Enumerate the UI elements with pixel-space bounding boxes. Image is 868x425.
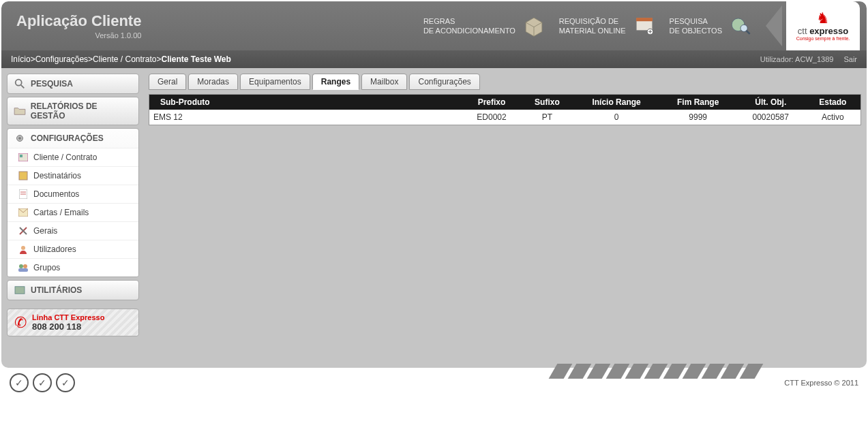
crumb-cliente-contrato[interactable]: Cliente / Contrato: [93, 54, 156, 64]
header-bar: Aplicação Cliente Versão 1.0.00 REGRAS D…: [1, 1, 867, 50]
footer-stripes-icon: [549, 364, 759, 379]
header-arrow-icon: [766, 5, 782, 46]
table-header-row: Sub-Produto Prefixo Sufixo Início Range …: [149, 95, 860, 110]
phone-icon: ✆: [14, 314, 27, 332]
horse-icon: ♞: [816, 11, 830, 26]
tab-ranges[interactable]: Ranges: [312, 74, 359, 90]
svg-rect-15: [20, 155, 23, 157]
td-estado: Activo: [805, 110, 860, 125]
td-inicio-range: 0: [573, 110, 660, 125]
sidebar-item-utilizadores[interactable]: Utilizadores: [8, 240, 138, 258]
addressbook-icon: [17, 171, 29, 180]
header-link-regras[interactable]: REGRAS DE ACONDICIONAMENTO: [423, 13, 547, 39]
td-fim-range: 9999: [660, 110, 736, 125]
sidebar-relatorios-label: RELATÓRIOS DE GESTÃO: [31, 101, 133, 121]
svg-point-24: [19, 264, 23, 268]
th-sufixo: Sufixo: [521, 95, 573, 110]
main-content: Geral Moradas Equipamentos Ranges Mailbo…: [139, 74, 861, 362]
header-link-pesq-l1: PESQUISA: [670, 16, 722, 26]
tab-mailbox[interactable]: Mailbox: [361, 74, 407, 90]
cert-badge-icon: [33, 373, 52, 392]
crumb-current: Cliente Teste Web: [162, 54, 231, 64]
svg-line-9: [747, 31, 750, 34]
phone-box: ✆ Linha CTT Expresso 808 200 118: [7, 309, 139, 336]
svg-point-23: [21, 246, 25, 250]
sidebar-item-label: Grupos: [33, 263, 60, 272]
svg-point-25: [23, 264, 27, 268]
utility-icon: [13, 285, 27, 296]
card-icon: [17, 153, 29, 162]
header-link-pesquisa[interactable]: PESQUISA DE OBJECTOS: [670, 13, 753, 39]
tools-icon: [17, 226, 29, 236]
sidebar-item-label: Utilizadores: [33, 245, 76, 254]
th-estado: Estado: [805, 95, 860, 110]
crumb-configuracoes[interactable]: Configurações: [35, 54, 88, 64]
header-link-req-l1: REQUISIÇÃO DE: [559, 16, 626, 26]
logo-slogan: Consigo sempre à frente.: [796, 36, 850, 41]
mail-icon: [17, 208, 29, 217]
td-sufixo: PT: [521, 110, 573, 125]
phone-line2: 808 200 118: [32, 321, 104, 332]
user-value: ACW_1389: [795, 55, 833, 63]
sidebar-relatorios[interactable]: RELATÓRIOS DE GESTÃO: [7, 97, 139, 125]
th-prefixo: Prefixo: [462, 95, 521, 110]
sidebar: PESQUISA RELATÓRIOS DE GESTÃO CONFIGURAÇ…: [7, 74, 139, 362]
sidebar-item-cartas-emails[interactable]: Cartas / Emails: [8, 203, 138, 221]
sidebar-item-gerais[interactable]: Gerais: [8, 221, 138, 240]
document-icon: [17, 189, 29, 199]
header-link-requisicao[interactable]: REQUISIÇÃO DE MATERIAL ONLINE: [559, 13, 657, 39]
sidebar-item-destinatarios[interactable]: Destinatários: [8, 166, 138, 185]
magnifier-icon: [13, 78, 27, 89]
header-link-regras-l1: REGRAS: [423, 16, 515, 26]
crumb-inicio[interactable]: Início: [11, 54, 31, 64]
svg-rect-26: [18, 268, 28, 272]
box-icon: [521, 13, 547, 39]
cert-icons: [10, 373, 75, 392]
sidebar-configuracoes-head[interactable]: CONFIGURAÇÕES: [8, 129, 138, 148]
svg-line-11: [21, 85, 25, 89]
users-icon: [17, 263, 29, 272]
user-label: Utilizador:: [760, 55, 795, 63]
phone-line1: Linha CTT Expresso: [32, 313, 104, 321]
tab-equipamentos[interactable]: Equipamentos: [240, 74, 310, 90]
td-ult-obj: 00020587: [736, 110, 805, 125]
footer-copyright: CTT Expresso © 2011: [784, 379, 858, 387]
tab-configuracoes[interactable]: Configurações: [409, 74, 479, 90]
tab-moradas[interactable]: Moradas: [188, 74, 238, 90]
th-fim-range: Fim Range: [660, 95, 736, 110]
user-icon: [17, 245, 29, 254]
table-row[interactable]: EMS 12 ED0002 PT 0 9999 00020587 Activo: [149, 110, 860, 125]
sidebar-utilitarios-label: UTILITÁRIOS: [31, 285, 82, 295]
logout-link[interactable]: Sair: [843, 55, 857, 63]
sidebar-item-documentos[interactable]: Documentos: [8, 185, 138, 203]
sidebar-item-label: Gerais: [33, 226, 57, 236]
folder-icon: [13, 106, 27, 116]
th-inicio-range: Início Range: [573, 95, 660, 110]
sidebar-item-grupos[interactable]: Grupos: [8, 258, 138, 277]
svg-rect-16: [19, 172, 27, 180]
sidebar-configuracoes: CONFIGURAÇÕES Cliente / Contrato Destina…: [7, 128, 139, 277]
tabs: Geral Moradas Equipamentos Ranges Mailbo…: [149, 74, 861, 90]
sidebar-item-label: Cliente / Contrato: [33, 153, 97, 162]
sidebar-config-label: CONFIGURAÇÕES: [31, 133, 104, 143]
header-link-req-l2: MATERIAL ONLINE: [559, 26, 626, 35]
svg-rect-27: [15, 287, 25, 294]
header-link-pesq-l2: DE OBJECTOS: [670, 26, 722, 35]
svg-point-10: [16, 80, 22, 86]
breadcrumb-bar: Início > Configurações > Cliente / Contr…: [1, 50, 867, 68]
globe-search-icon: [728, 13, 753, 39]
sidebar-item-cliente-contrato[interactable]: Cliente / Contrato: [8, 148, 138, 166]
app-title: Aplicação Cliente: [16, 12, 141, 30]
logo-box: ♞ ctt expresso Consigo sempre à frente.: [786, 1, 860, 50]
th-sub-produto: Sub-Produto: [149, 95, 462, 110]
body-area: PESQUISA RELATÓRIOS DE GESTÃO CONFIGURAÇ…: [1, 68, 867, 368]
header-link-regras-l2: DE ACONDICIONAMENTO: [423, 26, 515, 35]
cert-badge-icon: [56, 373, 75, 392]
footer: CTT Expresso © 2011: [0, 369, 868, 399]
tab-geral[interactable]: Geral: [149, 74, 186, 90]
ranges-table-wrap: Sub-Produto Prefixo Sufixo Início Range …: [149, 94, 861, 125]
sidebar-utilitarios[interactable]: UTILITÁRIOS: [7, 280, 139, 300]
app-version: Versão 1.0.00: [16, 31, 141, 40]
th-ult-obj: Últ. Obj.: [736, 95, 805, 110]
sidebar-pesquisa[interactable]: PESQUISA: [7, 74, 139, 94]
